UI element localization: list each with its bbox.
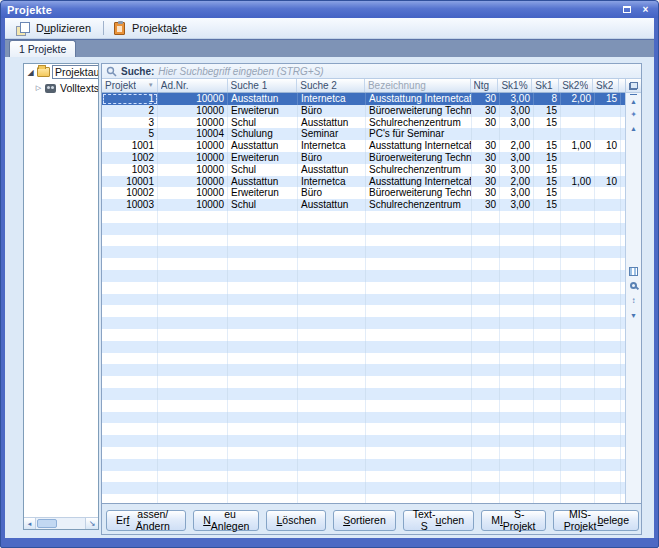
table-row[interactable]: 110000AusstattunInternetcaAusstattung In… [102, 93, 625, 105]
column-header-sk2[interactable]: Sk2 [593, 79, 619, 92]
cell: Schul [228, 199, 298, 211]
cell [158, 305, 228, 317]
empty-row[interactable] [102, 388, 625, 400]
empty-row[interactable] [102, 435, 625, 447]
column-header-projekt[interactable]: Projekt▼ [102, 79, 158, 92]
filter-tool-icon[interactable]: ▼ [626, 309, 641, 322]
cell [595, 211, 621, 223]
empty-row[interactable] [102, 494, 625, 503]
table-row[interactable]: 100110000AusstattunInternetcaAusstattung… [102, 140, 625, 152]
sort-tool-icon[interactable]: ↕ [626, 294, 641, 307]
empty-row[interactable] [102, 412, 625, 424]
empty-row[interactable] [102, 353, 625, 365]
empty-row[interactable] [102, 482, 625, 494]
empty-row[interactable] [102, 376, 625, 388]
table-row[interactable]: 510004SchulungSeminarPC's für Seminar [102, 128, 625, 140]
cell [102, 223, 158, 235]
empty-row[interactable] [102, 258, 625, 270]
restore-window-button[interactable] [620, 4, 633, 16]
tree-horizontal-scrollbar[interactable]: ◄ [24, 517, 85, 529]
table-row[interactable]: 1000210000ErweiterunBüroBüroerweiterung … [102, 187, 625, 199]
scrollbar-thumb[interactable] [37, 519, 57, 528]
column-header-bezeichnung[interactable]: Bezeichnung [365, 79, 471, 92]
empty-row[interactable] [102, 294, 625, 306]
project-tree-panel: ◢Projektauswahl▷Volltextsuche ◄ ↘ [23, 63, 99, 530]
cell [561, 294, 595, 306]
button-l-schen[interactable]: Löschen [266, 510, 326, 531]
column-header-suche-1[interactable]: Suche 1 [228, 79, 298, 92]
table-row[interactable]: 1000310000SchulAusstattunSchulrechenzent… [102, 199, 625, 211]
empty-row[interactable] [102, 282, 625, 294]
button-neu-anlegen[interactable]: Neu Anlegen [193, 510, 259, 531]
toolbar-button-projektakte[interactable]: Projektakte [108, 21, 195, 36]
cell [561, 435, 595, 447]
tree-expanded-icon[interactable]: ◢ [26, 68, 35, 77]
table-row[interactable]: 100210000ErweiterunBüroBüroerweiterung T… [102, 152, 625, 164]
empty-row[interactable] [102, 317, 625, 329]
table-row[interactable]: 100310000SchulAusstattunSchulrechenzentr… [102, 164, 625, 176]
toolbar-button-duplizieren[interactable]: Duplizieren [10, 21, 99, 36]
empty-row[interactable] [102, 246, 625, 258]
cell [102, 435, 158, 447]
zoom-tool-icon[interactable] [630, 282, 637, 289]
button-sortieren[interactable]: Sortieren [333, 510, 396, 531]
empty-row[interactable] [102, 211, 625, 223]
button-mis-projekt[interactable]: MIS-Projekt [481, 510, 545, 531]
scroll-marker-icon[interactable]: ✦ [626, 108, 641, 121]
cell [500, 258, 534, 270]
columns-tool-icon[interactable] [629, 267, 638, 276]
column-header-sk2[interactable]: Sk2% [559, 79, 593, 92]
empty-row[interactable] [102, 341, 625, 353]
empty-row[interactable] [102, 305, 625, 317]
empty-row[interactable] [102, 400, 625, 412]
tree-item-projektauswahl[interactable]: ◢Projektauswahl [24, 64, 98, 80]
empty-row[interactable] [102, 329, 625, 341]
empty-row[interactable] [102, 235, 625, 247]
scroll-to-top-button[interactable]: ▲ [626, 94, 641, 108]
cell [228, 235, 298, 247]
empty-row[interactable] [102, 423, 625, 435]
cell [595, 412, 621, 424]
cell [298, 294, 366, 306]
cell [595, 305, 621, 317]
empty-row[interactable] [102, 471, 625, 483]
cell [534, 447, 561, 459]
button-mis-projektbelege[interactable]: MIS-Projektbelege [553, 510, 639, 531]
cell [102, 412, 158, 424]
empty-row[interactable] [102, 223, 625, 235]
column-chooser-button[interactable] [626, 79, 641, 93]
cell: 3,00 [500, 152, 534, 164]
column-header-sk1[interactable]: Sk1 [532, 79, 559, 92]
column-header-suche-2[interactable]: Suche 2 [297, 79, 365, 92]
cell [595, 494, 621, 503]
cell [595, 117, 621, 129]
close-window-button[interactable]: × [639, 4, 652, 16]
grid-search-bar[interactable]: Suche: Hier Suchbegriff eingeben (STRG+S… [102, 64, 641, 79]
column-header-ntg[interactable]: Ntg [471, 79, 499, 92]
column-header-sk1[interactable]: Sk1% [498, 79, 532, 92]
button-text-suchen[interactable]: Text-Suchen [403, 510, 474, 531]
action-button-bar: Erfassen/ÄndernNeu AnlegenLöschenSortier… [106, 509, 639, 531]
project-folder-icon [114, 22, 125, 35]
table-row[interactable]: 210000ErweiterunBüroBüroerweiterung Tech… [102, 105, 625, 117]
cell [366, 400, 472, 412]
cell [158, 235, 228, 247]
empty-row[interactable] [102, 364, 625, 376]
button-erfassen-ndern[interactable]: Erfassen/Ändern [106, 510, 186, 531]
table-row[interactable]: 310000SchulAusstattunSchulrechenzentrum3… [102, 117, 625, 129]
tree-item-volltextsuche[interactable]: ▷Volltextsuche [24, 80, 98, 96]
cell [472, 388, 500, 400]
empty-row[interactable] [102, 447, 625, 459]
tree-collapsed-icon[interactable]: ▷ [34, 84, 43, 92]
empty-row[interactable] [102, 459, 625, 471]
scroll-up-button[interactable]: ▲ [626, 122, 641, 135]
table-row[interactable]: 1000110000AusstattunInternetcaAusstattun… [102, 176, 625, 188]
empty-row[interactable] [102, 270, 625, 282]
panel-resize-button[interactable]: ↘ [85, 517, 98, 529]
column-header-ad-nr[interactable]: Ad.Nr. [158, 79, 228, 92]
cell: Ausstattun [228, 140, 298, 152]
tab-projekte[interactable]: 1 Projekte [9, 40, 76, 57]
cell [595, 223, 621, 235]
scroll-left-button[interactable]: ◄ [24, 518, 36, 529]
cell [500, 482, 534, 494]
